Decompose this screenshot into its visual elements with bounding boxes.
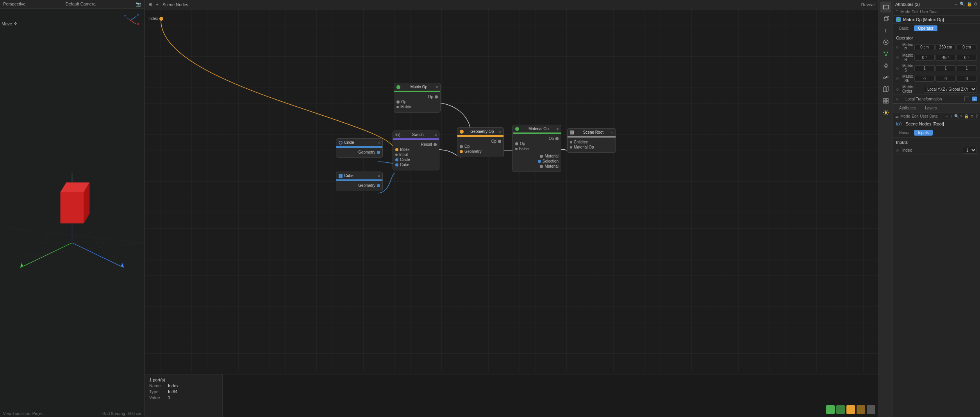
material-op-selection-out[interactable]: Selection — [515, 159, 559, 163]
node-material-op[interactable]: Material Op ≡ Op Op False — [512, 125, 561, 172]
matrix-s-z[interactable] — [957, 65, 977, 71]
lt-checkbox-empty[interactable] — [964, 97, 969, 101]
geometry-op-geo-in[interactable]: Geometry — [460, 149, 501, 154]
switch-input-port[interactable]: Input — [395, 152, 437, 157]
matrix-p-y[interactable] — [935, 44, 956, 50]
toolbar-rect-icon[interactable] — [880, 2, 891, 13]
switch-index-port[interactable]: Index — [395, 147, 437, 152]
matrix-op-matrix-in[interactable]: Matrix — [396, 105, 438, 109]
node-menu-icon[interactable]: ≡ — [611, 131, 613, 134]
tab-inputs-bottom[interactable]: Inputs — [914, 130, 932, 136]
node-menu-icon[interactable]: ≡ — [378, 174, 380, 178]
bottom-mode[interactable]: Mode — [900, 114, 910, 118]
toolbar-light-icon[interactable] — [880, 107, 891, 118]
scene-root-node-header[interactable]: Scene Root ≡ — [568, 129, 616, 136]
tab-basic-bottom[interactable]: Basic — [895, 130, 912, 136]
node-editor[interactable]: ⊞ ＋ Scene Nodes Reveal Index — [145, 0, 878, 417]
matrix-sh-y[interactable] — [935, 76, 956, 82]
bottom-edit[interactable]: Edit — [912, 114, 918, 118]
geometry-op-node-header[interactable]: Geometry Op ≡ — [457, 128, 503, 135]
matrix-op-op-in[interactable]: Op — [396, 100, 438, 104]
node-circle[interactable]: Circle ≡ Geometry — [336, 138, 383, 158]
matrix-order-select[interactable]: Local YXZ / Global ZXY — [924, 86, 977, 93]
toolbar-cube-icon[interactable] — [880, 13, 891, 24]
material-op-out-port[interactable]: Op — [515, 136, 559, 141]
toolbar-gear-icon[interactable] — [880, 60, 891, 71]
matrix-s-y[interactable] — [935, 65, 956, 71]
reveal-button[interactable]: Reveal — [861, 2, 875, 7]
matrix-p-z[interactable] — [957, 44, 977, 50]
bottom-search-icon[interactable]: 🔍 — [954, 114, 959, 118]
bottom-config-icon[interactable]: ⚙ — [970, 114, 974, 118]
material-op-op-in[interactable]: Op — [515, 141, 559, 146]
attrs-edit[interactable]: Edit — [912, 10, 918, 14]
node-menu-icon[interactable]: ≡ — [436, 85, 438, 89]
node-menu-icon[interactable]: ≡ — [435, 133, 437, 137]
add-icon[interactable]: ＋ — [155, 2, 159, 7]
scene-root-children-port[interactable]: Children — [570, 140, 613, 144]
material-op-false-in[interactable]: False — [515, 147, 559, 151]
node-menu-icon[interactable]: ≡ — [378, 141, 380, 145]
attrs-user-data[interactable]: User Data — [920, 10, 937, 14]
settings-icon[interactable]: ⚙ — [974, 2, 978, 7]
bottom-lock-icon[interactable]: 🔒 — [964, 114, 969, 118]
circle-node-header[interactable]: Circle ≡ — [336, 139, 382, 146]
attrs-mode[interactable]: Mode — [900, 10, 910, 14]
attrs-menu-icon[interactable]: ☰ — [895, 10, 899, 14]
geometry-op-out-port[interactable]: Op — [460, 139, 501, 143]
bottom-back-icon[interactable]: ← — [945, 114, 949, 118]
toolbar-scene-icon[interactable] — [880, 37, 891, 48]
toolbar-map-icon[interactable] — [880, 84, 891, 95]
tab-operator[interactable]: Operator — [914, 25, 937, 31]
node-menu-icon[interactable]: ≡ — [557, 127, 559, 131]
matrix-s-x[interactable] — [914, 65, 935, 71]
bottom-filter-icon[interactable]: ≡ — [960, 114, 963, 118]
bottom-up-icon[interactable]: ↑ — [951, 114, 953, 118]
bottom-menu-icon[interactable]: ☰ — [895, 114, 899, 118]
node-switch[interactable]: f(x) Switch ≡ Result Index Input — [393, 131, 439, 170]
cube-geometry-port[interactable]: Geometry — [339, 183, 380, 188]
viewport-canvas[interactable]: Z X Y — [0, 9, 144, 415]
tab-layers[interactable]: Layers — [921, 105, 941, 111]
node-geometry-op[interactable]: Geometry Op ≡ Op Op Geometry — [457, 127, 504, 157]
switch-result-port[interactable]: Result — [395, 142, 437, 147]
node-menu-icon[interactable]: ≡ — [499, 130, 501, 134]
matrix-r-x[interactable] — [914, 55, 935, 61]
tab-attributes[interactable]: Attributes — [895, 105, 919, 111]
back-icon[interactable]: ← — [954, 2, 958, 7]
geometry-op-op-in[interactable]: Op — [460, 144, 501, 149]
node-matrix-op[interactable]: Matrix Op ≡ Op Op Matrix — [394, 83, 441, 113]
switch-cube-port[interactable]: Cube — [395, 163, 437, 167]
bottom-user-data[interactable]: User Data — [920, 114, 937, 118]
material-op-node-header[interactable]: Material Op ≡ — [513, 125, 561, 132]
node-scene-root[interactable]: Scene Root ≡ Children Material Op — [567, 128, 616, 153]
viewport[interactable]: Perspective Default Camera 📷 Z X Y — [0, 0, 145, 417]
material-op-material-out[interactable]: Material — [515, 154, 559, 158]
circle-geometry-port[interactable]: Geometry — [339, 150, 380, 154]
material-op-material2-out[interactable]: Material — [515, 164, 559, 168]
tab-basic[interactable]: Basic — [895, 25, 912, 31]
matrix-r-z[interactable] — [957, 55, 977, 61]
scene-root-material-port[interactable]: Material Op — [570, 145, 613, 149]
matrix-op-out-port[interactable]: Op — [396, 95, 438, 99]
node-canvas[interactable]: Index Circle ≡ Geometry — [145, 9, 878, 372]
lt-checkbox-checked[interactable]: ✓ — [972, 97, 977, 101]
matrix-p-x[interactable] — [914, 44, 935, 50]
index-output-port[interactable] — [159, 17, 163, 21]
matrix-op-node-header[interactable]: Matrix Op ≡ — [394, 83, 440, 91]
toolbar-nodes-icon[interactable] — [880, 48, 891, 59]
matrix-sh-x[interactable] — [914, 76, 935, 82]
matrix-sh-z[interactable] — [957, 76, 977, 82]
lock-icon[interactable]: 🔒 — [967, 2, 972, 7]
toolbar-grid-icon[interactable] — [880, 95, 891, 106]
search-icon[interactable]: 🔍 — [960, 2, 965, 7]
switch-circle-port[interactable]: Circle — [395, 157, 437, 162]
matrix-r-y[interactable] — [935, 55, 956, 61]
toolbar-link-icon[interactable] — [880, 72, 891, 83]
cube-node-header[interactable]: Cube ≡ — [336, 172, 382, 179]
toolbar-text-icon[interactable]: T — [880, 25, 891, 36]
switch-node-header[interactable]: f(x) Switch ≡ — [393, 131, 439, 138]
index-dropdown[interactable]: 1 — [963, 147, 977, 154]
node-cube[interactable]: Cube ≡ Geometry — [336, 172, 383, 191]
bottom-help-icon[interactable]: ? — [975, 114, 978, 118]
